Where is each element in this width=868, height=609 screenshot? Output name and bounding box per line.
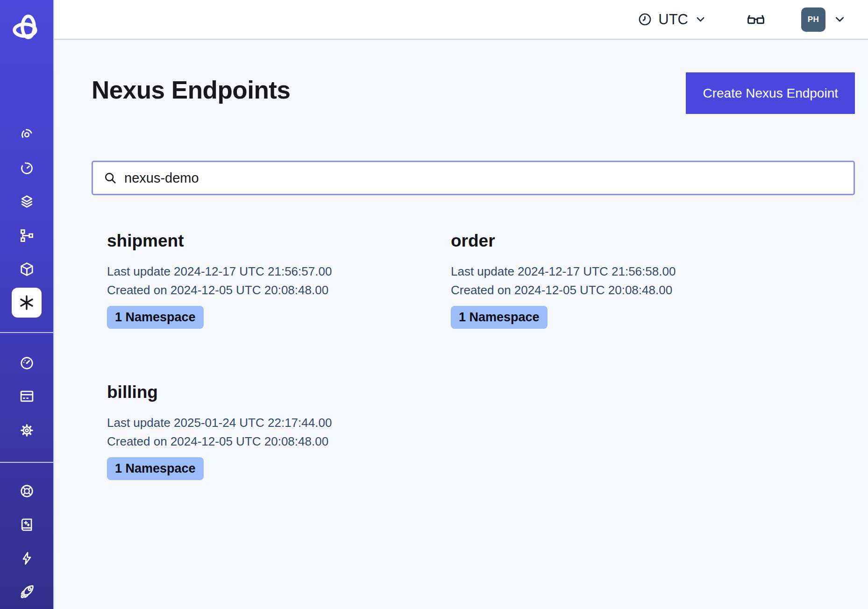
timezone-label: UTC (658, 11, 688, 28)
sidebar-item-nexus[interactable] (0, 288, 53, 318)
docs-book-icon[interactable] (0, 510, 53, 539)
namespace-badge: 1 Namespace (107, 457, 204, 480)
page-title: Nexus Endpoints (92, 76, 290, 105)
namespace-badge: 1 Namespace (451, 306, 548, 329)
batch-graph-icon[interactable] (0, 220, 53, 250)
getting-started-rocket-icon[interactable] (0, 577, 53, 607)
endpoint-created-on: Created on 2024-12-05 UTC 20:08:48.00 (107, 432, 451, 451)
endpoint-name: shipment (107, 231, 451, 251)
endpoint-created-on: Created on 2024-12-05 UTC 20:08:48.00 (107, 281, 451, 299)
endpoint-name: billing (107, 382, 451, 402)
endpoint-card-order[interactable]: order Last update 2024-12-17 UTC 21:56:5… (451, 231, 795, 329)
timer-icon[interactable] (0, 153, 53, 183)
endpoint-card-billing[interactable]: billing Last update 2025-01-24 UTC 22:17… (107, 382, 451, 480)
create-nexus-endpoint-button[interactable]: Create Nexus Endpoint (686, 72, 855, 114)
sidebar-divider (0, 332, 53, 333)
temporal-logo-icon[interactable] (0, 11, 53, 46)
endpoint-name: order (451, 231, 795, 251)
namespace-badge: 1 Namespace (107, 306, 204, 329)
clock-icon (638, 12, 652, 27)
timezone-selector[interactable]: UTC (638, 11, 707, 28)
usage-gauge-icon[interactable] (0, 348, 53, 378)
sidebar-divider (0, 462, 53, 463)
page-header: Nexus Endpoints Create Nexus Endpoint (92, 72, 855, 114)
quickstart-lightning-icon[interactable] (0, 543, 53, 573)
nexus-asterisk-icon (12, 288, 42, 318)
endpoint-grid: shipment Last update 2024-12-17 UTC 21:5… (107, 231, 855, 480)
avatar: PH (801, 7, 825, 32)
search-bar (92, 161, 855, 195)
endpoint-card-shipment[interactable]: shipment Last update 2024-12-17 UTC 21:5… (107, 231, 451, 329)
endpoint-last-update: Last update 2024-12-17 UTC 21:56:58.00 (451, 262, 795, 281)
chevron-down-icon (694, 13, 707, 26)
endpoint-last-update: Last update 2025-01-24 UTC 22:17:44.00 (107, 413, 451, 432)
endpoint-last-update: Last update 2024-12-17 UTC 21:56:57.00 (107, 262, 451, 281)
search-icon (103, 171, 117, 185)
search-input[interactable] (124, 164, 843, 192)
sidebar (0, 0, 54, 609)
topbar: UTC PH (54, 0, 868, 40)
cube-icon[interactable] (0, 254, 53, 284)
chevron-down-icon (833, 13, 847, 26)
workflows-spiral-icon[interactable] (0, 120, 53, 149)
account-menu[interactable]: PH (801, 7, 847, 32)
billing-card-icon[interactable] (0, 381, 53, 411)
data-encoder-glasses-icon[interactable] (746, 10, 766, 29)
endpoint-created-on: Created on 2024-12-05 UTC 20:08:48.00 (451, 281, 795, 299)
settings-gear-icon[interactable] (0, 415, 53, 445)
layers-icon[interactable] (0, 186, 53, 216)
main-content: Nexus Endpoints Create Nexus Endpoint sh… (54, 40, 868, 609)
support-lifebuoy-icon[interactable] (0, 476, 53, 506)
